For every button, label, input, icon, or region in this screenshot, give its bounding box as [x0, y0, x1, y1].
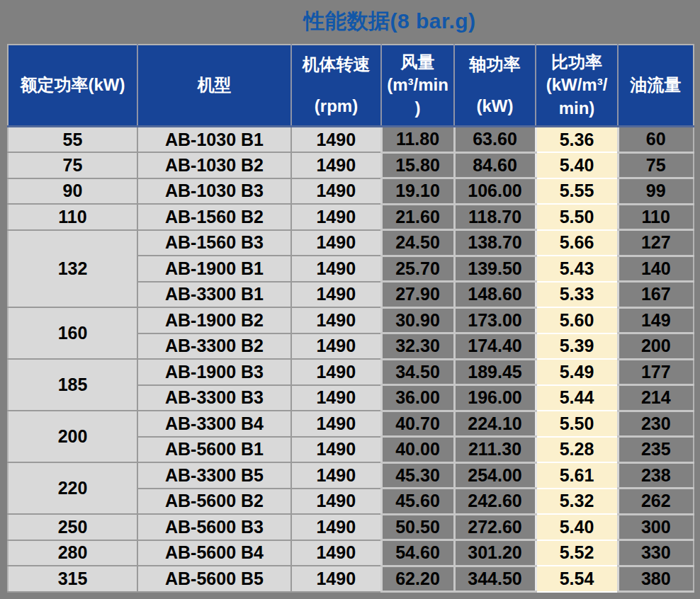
cell-model: AB-3300 B3 [137, 385, 291, 411]
cell-model: AB-1030 B3 [137, 178, 291, 205]
cell-oil-flow: 230 [618, 411, 694, 437]
cell-shaft-power: 272.60 [454, 514, 536, 540]
cell-speed: 1490 [291, 178, 381, 205]
cell-specific-power: 5.50 [536, 411, 618, 437]
cell-speed: 1490 [291, 540, 381, 566]
cell-shaft-power: 139.50 [454, 256, 536, 282]
cell-airflow: 25.70 [381, 256, 454, 282]
cell-rated-power: 75 [8, 152, 137, 178]
header-label: 机体转速 [303, 53, 371, 76]
cell-model: AB-1030 B2 [137, 152, 291, 178]
cell-model: AB-1030 B1 [137, 127, 291, 153]
cell-model: AB-5600 B4 [137, 540, 291, 566]
header-label: 额定功率(kW) [21, 74, 125, 96]
table-row: 200 AB-3300 B4 1490 40.70 224.10 5.50 23… [8, 411, 694, 437]
cell-airflow: 32.30 [381, 333, 454, 360]
header-unit: ) [415, 97, 421, 120]
header-unit: (kW/m³/ [546, 74, 608, 96]
cell-specific-power: 5.54 [536, 566, 618, 592]
cell-oil-flow: 235 [618, 437, 694, 463]
cell-specific-power: 5.61 [536, 462, 618, 489]
header-label: 油流量 [631, 74, 682, 96]
cell-rated-power: 90 [8, 178, 137, 205]
column-header-specific-power: 比功率(kW/m³/min) [536, 45, 618, 127]
header-label: 轴功率 [470, 53, 521, 76]
cell-rated-power: 250 [8, 514, 137, 540]
cell-speed: 1490 [291, 514, 381, 540]
cell-shaft-power: 196.00 [454, 385, 536, 411]
cell-model: AB-3300 B5 [137, 462, 291, 489]
cell-specific-power: 5.49 [536, 359, 618, 385]
cell-shaft-power: 211.30 [454, 437, 536, 463]
cell-oil-flow: 167 [618, 282, 694, 308]
cell-specific-power: 5.50 [536, 204, 618, 230]
cell-rated-power: 185 [8, 359, 137, 411]
cell-shaft-power: 254.00 [454, 462, 536, 489]
header-label: 机型 [198, 74, 232, 96]
cell-specific-power: 5.60 [536, 307, 618, 333]
cell-model: AB-1560 B3 [137, 230, 291, 256]
cell-shaft-power: 189.45 [454, 359, 536, 385]
cell-speed: 1490 [291, 256, 381, 282]
table-row: 280 AB-5600 B4 1490 54.60 301.20 5.52 33… [8, 540, 694, 566]
cell-shaft-power: 301.20 [454, 540, 536, 566]
cell-oil-flow: 380 [618, 566, 694, 592]
cell-model: AB-1900 B1 [137, 256, 291, 282]
cell-airflow: 40.00 [381, 437, 454, 463]
header-unit: min) [559, 97, 595, 120]
cell-model: AB-3300 B2 [137, 333, 291, 360]
cell-shaft-power: 242.60 [454, 489, 536, 515]
cell-rated-power: 280 [8, 540, 137, 566]
cell-model: AB-1560 B2 [137, 204, 291, 230]
cell-shaft-power: 63.60 [454, 127, 536, 153]
cell-model: AB-3300 B1 [137, 282, 291, 308]
cell-airflow: 11.80 [381, 127, 454, 153]
cell-shaft-power: 173.00 [454, 307, 536, 333]
cell-specific-power: 5.28 [536, 437, 618, 463]
cell-specific-power: 5.55 [536, 178, 618, 205]
table-row: 250 AB-5600 B3 1490 50.50 272.60 5.40 30… [8, 514, 694, 540]
cell-specific-power: 5.32 [536, 489, 618, 515]
cell-airflow: 24.50 [381, 230, 454, 256]
header-row: 额定功率(kW) 机型 机体转速(rpm) 风量(m³/min) 轴功率(kW)… [8, 45, 694, 127]
cell-model: AB-3300 B4 [137, 411, 291, 437]
performance-table: 额定功率(kW) 机型 机体转速(rpm) 风量(m³/min) 轴功率(kW)… [7, 44, 694, 593]
cell-speed: 1490 [291, 282, 381, 308]
cell-rated-power: 55 [8, 127, 137, 153]
cell-shaft-power: 138.70 [454, 230, 536, 256]
cell-airflow: 21.60 [381, 204, 454, 230]
column-header-model: 机型 [137, 45, 291, 127]
cell-oil-flow: 214 [618, 385, 694, 411]
header-unit: (kW) [477, 95, 514, 118]
cell-airflow: 54.60 [381, 540, 454, 566]
cell-speed: 1490 [291, 333, 381, 360]
cell-oil-flow: 149 [618, 307, 694, 333]
cell-shaft-power: 148.60 [454, 282, 536, 308]
cell-shaft-power: 84.60 [454, 152, 536, 178]
cell-oil-flow: 110 [618, 204, 694, 230]
table-row: 160 AB-1900 B2 1490 30.90 173.00 5.60 14… [8, 307, 694, 333]
cell-oil-flow: 330 [618, 540, 694, 566]
header-label: 比功率 [551, 51, 602, 74]
cell-shaft-power: 224.10 [454, 411, 536, 437]
cell-model: AB-1900 B3 [137, 359, 291, 385]
cell-shaft-power: 106.00 [454, 178, 536, 205]
page-title: 性能数据(8 bar.g) [0, 0, 700, 36]
cell-oil-flow: 200 [618, 333, 694, 360]
cell-specific-power: 5.43 [536, 256, 618, 282]
cell-speed: 1490 [291, 230, 381, 256]
cell-model: AB-5600 B1 [137, 437, 291, 463]
cell-airflow: 34.50 [381, 359, 454, 385]
cell-oil-flow: 60 [618, 127, 694, 153]
column-header-shaft-power: 轴功率(kW) [454, 45, 536, 127]
cell-shaft-power: 344.50 [454, 566, 536, 592]
cell-airflow: 45.60 [381, 489, 454, 515]
cell-shaft-power: 118.70 [454, 204, 536, 230]
cell-airflow: 45.30 [381, 462, 454, 489]
cell-speed: 1490 [291, 437, 381, 463]
cell-rated-power: 160 [8, 307, 137, 359]
cell-rated-power: 315 [8, 566, 137, 592]
cell-oil-flow: 300 [618, 514, 694, 540]
cell-oil-flow: 99 [618, 178, 694, 205]
cell-specific-power: 5.52 [536, 540, 618, 566]
